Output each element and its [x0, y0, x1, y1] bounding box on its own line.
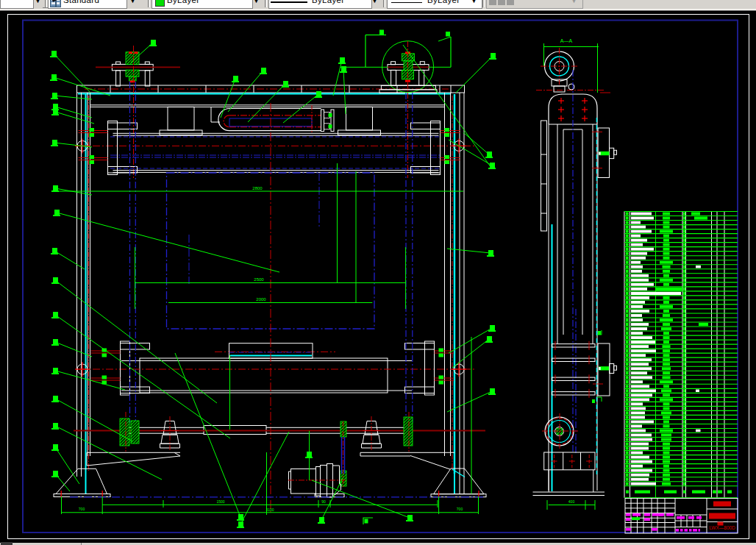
svg-text:700: 700: [457, 507, 463, 511]
svg-text:A—A: A—A: [560, 38, 573, 43]
svg-text:700: 700: [79, 507, 85, 511]
svg-text:2800: 2800: [252, 186, 263, 190]
svg-text:1500: 1500: [216, 499, 224, 504]
svg-text:90: 90: [321, 499, 326, 504]
svg-text:2500: 2500: [254, 277, 264, 282]
svg-text:LWX—800D: LWX—800D: [709, 525, 735, 530]
svg-text:3100: 3100: [265, 507, 274, 512]
svg-text:400: 400: [568, 499, 575, 504]
svg-text:2000: 2000: [256, 297, 266, 302]
